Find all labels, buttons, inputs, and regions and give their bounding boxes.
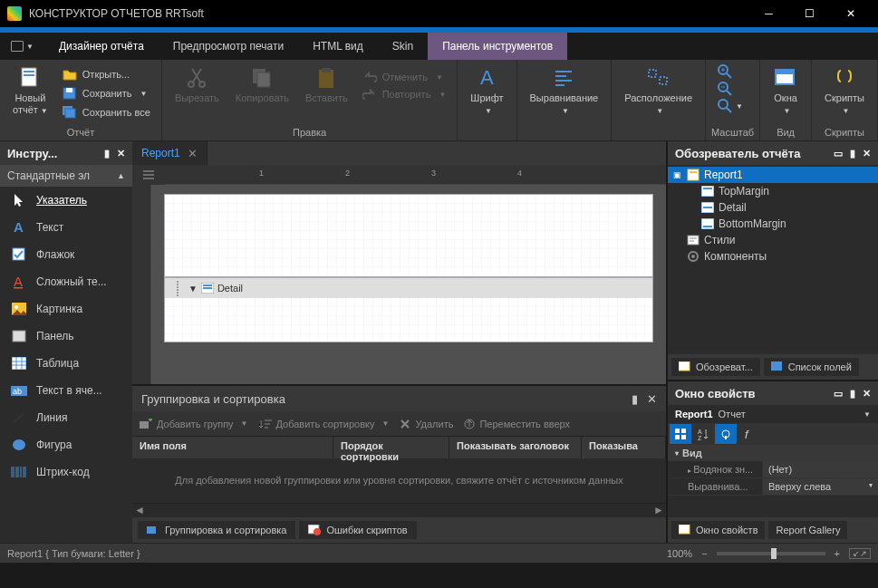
property-object-selector[interactable]: Report1 Отчет ▼	[668, 405, 878, 423]
ruler-toggle[interactable]	[132, 165, 165, 185]
col-show-header[interactable]: Показывать заголовок	[449, 437, 582, 458]
close-button[interactable]: ✕	[830, 0, 871, 27]
zoom-reset-button[interactable]: ↙↗	[849, 548, 871, 559]
quick-access[interactable]: ▼	[0, 33, 44, 60]
delete-button[interactable]: Удалить	[400, 419, 453, 429]
zoom-slider[interactable]	[717, 552, 825, 555]
tab-toolbar-panel[interactable]: Панель инструментов	[428, 33, 567, 60]
prop-alignment[interactable]: Выравнива... Вверху слева▾	[668, 478, 878, 496]
col-order[interactable]: Порядок сортировки	[333, 437, 449, 458]
tree-node-report[interactable]: ▣Report1	[668, 167, 878, 183]
alphabetic-button[interactable]: AZ	[692, 424, 714, 444]
windows-button[interactable]: Окна▼	[766, 62, 806, 116]
tab-fieldlist[interactable]: Список полей	[764, 358, 859, 376]
document-tab[interactable]: Report1 ✕	[132, 141, 207, 165]
new-report-button[interactable]: Новый отчёт▼	[5, 62, 55, 116]
center-area: Report1 ✕ 1 2 3 4	[132, 141, 666, 543]
tool-richtext[interactable]: AСложный те...	[0, 268, 132, 295]
tool-panel[interactable]: Панель	[0, 323, 132, 350]
topmargin-band[interactable]	[164, 194, 653, 277]
pin-icon[interactable]: ▮	[850, 388, 855, 400]
horizontal-ruler[interactable]: 1 2 3 4	[165, 165, 666, 185]
prop-category-view[interactable]: ▾Вид	[668, 445, 878, 461]
scripts-button[interactable]: Скрипты▼	[817, 62, 872, 116]
zoom-out-icon[interactable]	[717, 81, 743, 97]
paste-button[interactable]: Вставить	[298, 62, 355, 104]
font-button[interactable]: A Шрифт▼	[463, 62, 510, 116]
vertical-ruler[interactable]	[132, 185, 151, 384]
tab-group-sort[interactable]: Группировка и сортировка	[138, 521, 295, 539]
detail-band[interactable]: ▼ Detail	[164, 277, 653, 342]
pin-icon[interactable]: ▮	[850, 148, 855, 159]
tab-preview[interactable]: Предпросмотр печати	[159, 33, 298, 60]
toolbox-section-header[interactable]: Стандартные эл ▲	[0, 165, 132, 187]
report-designer[interactable]: 1 2 3 4	[132, 165, 666, 384]
tab-html[interactable]: HTML вид	[298, 33, 378, 60]
report-page[interactable]: ▼ Detail	[164, 194, 653, 342]
open-button[interactable]: Открыть...	[57, 65, 156, 83]
redo-button[interactable]: Повторить▼	[357, 86, 452, 102]
tool-pointer[interactable]: Указатель	[0, 187, 132, 214]
align-button[interactable]: Выравнивание▼	[523, 62, 606, 116]
collapse-icon[interactable]: ▼	[188, 284, 198, 294]
tree-node-bottommargin[interactable]: BottomMargin	[668, 216, 878, 232]
zoom-in-icon[interactable]	[717, 63, 743, 80]
tree-node-detail[interactable]: Detail	[668, 199, 878, 216]
tab-explorer[interactable]: Обозреват...	[671, 358, 760, 376]
add-sort-button[interactable]: Добавить сортировку▼	[259, 419, 390, 429]
tab-designer[interactable]: Дизайнер отчёта	[44, 33, 159, 60]
tool-text[interactable]: AТекст	[0, 214, 132, 241]
properties-button[interactable]	[715, 424, 737, 444]
tool-celltext[interactable]: abТекст в яче...	[0, 377, 132, 404]
close-icon[interactable]: ✕	[863, 388, 871, 400]
col-field[interactable]: Имя поля	[132, 437, 333, 458]
report-tree[interactable]: ▣Report1 TopMargin Detail BottomMargin С…	[668, 165, 878, 354]
design-canvas[interactable]: ▼ Detail	[151, 185, 666, 384]
prop-watermark[interactable]: Водянок зн... (Нет)	[668, 461, 878, 478]
add-group-button[interactable]: Добавить группу▼	[140, 419, 248, 429]
pin-icon[interactable]: ▮	[632, 392, 638, 406]
tree-node-styles[interactable]: Стили	[668, 232, 878, 248]
tab-report-gallery[interactable]: Report Gallery	[768, 521, 847, 539]
events-button[interactable]: f	[738, 424, 759, 444]
save-button[interactable]: Сохранить▼	[57, 84, 156, 102]
maximize-button[interactable]: ☐	[789, 0, 830, 27]
minimize-button[interactable]: ─	[748, 0, 789, 27]
tool-picture[interactable]: Картинка	[0, 295, 132, 323]
tool-table[interactable]: Таблица	[0, 350, 132, 377]
close-icon[interactable]: ✕	[863, 148, 871, 159]
window-position-icon[interactable]: ▭	[834, 148, 843, 159]
window-position-icon[interactable]: ▭	[834, 388, 843, 400]
zoom-fit-icon[interactable]: ▼	[717, 98, 743, 114]
tool-barcode[interactable]: Штрих-код	[0, 458, 132, 486]
tool-shape[interactable]: Фигура	[0, 431, 132, 458]
tree-node-topmargin[interactable]: TopMargin	[668, 183, 878, 199]
close-icon[interactable]: ✕	[117, 148, 125, 159]
zoom-in-button[interactable]: +	[835, 548, 840, 559]
tree-node-components[interactable]: Компоненты	[668, 248, 878, 265]
cut-button[interactable]: Вырезать	[168, 62, 227, 104]
zoom-out-button[interactable]: −	[701, 548, 707, 559]
tool-checkbox[interactable]: Флажок	[0, 241, 132, 268]
close-icon[interactable]: ✕	[647, 392, 657, 406]
save-all-button[interactable]: Сохранить все	[57, 103, 156, 121]
windows-icon	[773, 65, 798, 91]
tab-properties[interactable]: Окно свойств	[671, 521, 765, 539]
pin-icon[interactable]: ▮	[104, 148, 110, 159]
move-up-button[interactable]: Переместить вверх	[464, 419, 570, 429]
svg-rect-4	[66, 88, 72, 92]
tab-skin[interactable]: Skin	[378, 33, 428, 60]
expand-icon[interactable]: ▣	[671, 170, 682, 179]
layout-button[interactable]: Расположение▼	[617, 62, 700, 116]
drag-handle-icon[interactable]	[170, 281, 185, 296]
categorize-button[interactable]	[670, 424, 691, 444]
barcode-icon	[11, 464, 27, 480]
tool-line[interactable]: Линия	[0, 404, 132, 431]
copy-button[interactable]: Копировать	[228, 62, 296, 104]
close-tab-icon[interactable]: ✕	[188, 147, 198, 160]
tab-script-errors[interactable]: Ошибки скриптов	[299, 521, 416, 539]
col-show-footer[interactable]: Показыва	[582, 437, 666, 458]
band-icon	[201, 283, 214, 294]
horizontal-scrollbar[interactable]: ◄►	[132, 503, 666, 517]
undo-button[interactable]: Отменить▼	[357, 69, 452, 85]
